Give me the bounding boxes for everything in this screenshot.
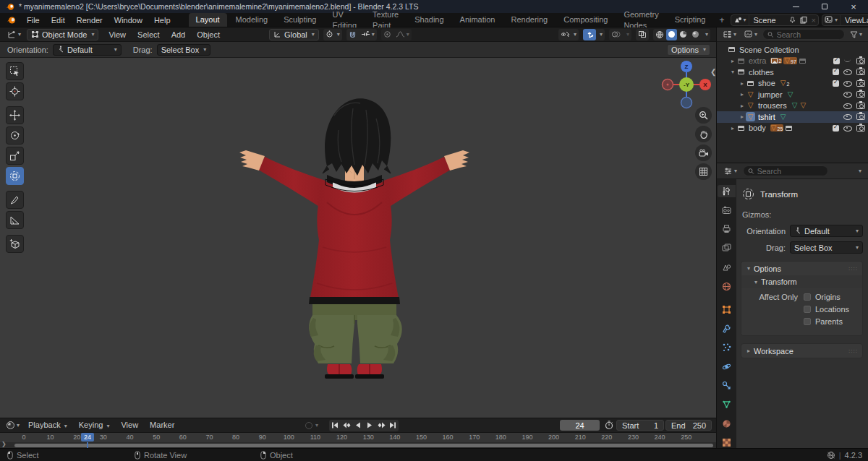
next-keyframe-button[interactable] <box>375 420 387 431</box>
outliner-item-label[interactable]: Scene Collection <box>739 46 799 54</box>
frame-start-field[interactable]: Start1 <box>616 420 664 431</box>
add-workspace-button[interactable]: + <box>713 15 730 25</box>
gizmo-x-axis[interactable]: X <box>703 82 707 88</box>
properties-editor-type-button[interactable]: ▾ <box>720 167 740 176</box>
unlink-scene-button[interactable]: × <box>809 16 818 25</box>
minimize-button[interactable] <box>781 0 810 13</box>
tool-transform[interactable] <box>6 167 24 185</box>
timeline-menu-keying[interactable]: Keying ▾ <box>73 418 116 434</box>
object-visibility-dropdown[interactable]: ▾ <box>558 29 579 40</box>
tab-particles[interactable] <box>718 341 736 353</box>
transform-orientation-dropdown[interactable]: Global ▾ <box>269 29 319 40</box>
tool-measure[interactable] <box>6 211 24 229</box>
outliner-item-label[interactable]: tshirt <box>758 113 775 121</box>
proportional-edit-toggle[interactable] <box>381 29 393 40</box>
outliner-editor-type-button[interactable]: ▾ <box>720 30 739 39</box>
tab-object-data[interactable] <box>718 398 736 410</box>
outliner-item-label[interactable]: extra <box>749 56 766 65</box>
auto-keying-toggle[interactable]: ▾ <box>305 422 318 429</box>
shading-solid-button[interactable] <box>666 29 677 40</box>
jump-to-end-button[interactable] <box>387 420 399 431</box>
timeline-expand-arrow[interactable]: ❯ <box>1 441 7 447</box>
falloff-dropdown[interactable]: ▾ <box>393 29 412 40</box>
checkbox-locations[interactable] <box>804 306 811 313</box>
eye-toggle[interactable] <box>843 113 852 120</box>
orientation-dropdown[interactable]: Default ▾ <box>53 44 122 56</box>
transform-subpanel-header[interactable]: ▾Transform <box>741 275 862 288</box>
tool-rotate[interactable] <box>6 126 24 145</box>
viewlayer-browse-button[interactable]: ▾ <box>822 15 841 25</box>
orthographic-toggle-button[interactable] <box>695 163 712 180</box>
scene-name[interactable]: Scene <box>749 16 787 25</box>
outliner-row-shoe[interactable]: ▸shoe▽2 <box>717 78 868 90</box>
menu-window[interactable]: Window <box>109 13 148 27</box>
tool-cursor[interactable] <box>6 82 24 100</box>
current-frame-field[interactable]: 24 <box>560 420 600 431</box>
use-preview-range-icon[interactable] <box>605 421 613 430</box>
expand-chevron[interactable]: ▸ <box>739 103 746 109</box>
viewport-canvas[interactable]: Z X -Y ❮ <box>0 58 716 418</box>
viewlayer-name[interactable]: ViewLayer <box>841 16 868 25</box>
workspace-panel-header[interactable]: ▸Workspace:::: <box>741 344 862 358</box>
shading-rendered-button[interactable] <box>689 29 702 40</box>
outliner-row-jumper[interactable]: ▸▽jumper▽ <box>717 89 868 100</box>
workspace-tab-layout[interactable]: Layout <box>189 13 227 27</box>
gizmo-z-axis[interactable]: Z <box>685 64 689 70</box>
character-model[interactable] <box>0 58 716 418</box>
checkbox-toggle[interactable] <box>833 69 839 75</box>
eye-toggle[interactable] <box>843 91 852 98</box>
tab-world[interactable] <box>718 280 736 292</box>
shading-wireframe-button[interactable] <box>653 29 666 40</box>
props-drag-dropdown[interactable]: Select Box▾ <box>790 241 863 254</box>
new-scene-button[interactable] <box>798 17 809 24</box>
pivot-point-dropdown[interactable]: ▾ <box>323 29 342 40</box>
expand-chevron[interactable]: ▾ <box>729 69 736 75</box>
outliner-row-body[interactable]: ▸body▽25 <box>717 123 868 134</box>
checkbox-toggle[interactable] <box>833 80 839 87</box>
workspace-tab-rendering[interactable]: Rendering <box>503 13 555 27</box>
tab-modifiers[interactable] <box>718 322 736 335</box>
close-button[interactable]: × <box>839 0 868 13</box>
workspace-tab-scripting[interactable]: Scripting <box>668 13 713 27</box>
checkbox-parents[interactable] <box>804 318 811 325</box>
snap-toggle[interactable] <box>346 29 359 40</box>
tab-view-layer[interactable] <box>718 242 736 254</box>
expand-chevron[interactable]: ▸ <box>739 80 746 87</box>
previous-keyframe-button[interactable] <box>341 420 352 431</box>
tool-scale[interactable] <box>6 147 24 165</box>
timeline-menu-marker[interactable]: Marker <box>144 418 180 434</box>
timeline-editor-type-button[interactable]: ▾ <box>3 421 22 430</box>
properties-options-chevron[interactable]: ▾ <box>859 168 861 174</box>
drag-dropdown[interactable]: Select Box ▾ <box>157 44 211 56</box>
gizmo-y-axis[interactable]: -Y <box>684 82 689 88</box>
camera-toggle[interactable] <box>856 113 865 120</box>
timeline-menu-view[interactable]: View <box>115 418 144 434</box>
tool-add-cube[interactable] <box>6 235 24 253</box>
camera-toggle[interactable] <box>856 69 865 75</box>
properties-search-input[interactable] <box>757 167 823 176</box>
outliner-search-input[interactable] <box>777 30 840 39</box>
scene-browse-button[interactable]: ▾ <box>731 15 749 25</box>
eye-toggle[interactable] <box>843 69 852 75</box>
camera-toggle[interactable] <box>856 91 865 98</box>
current-frame-indicator[interactable]: 24 <box>81 433 94 441</box>
expand-chevron[interactable]: ▸ <box>729 58 736 64</box>
viewport-menu-object[interactable]: Object <box>191 27 226 42</box>
expand-chevron[interactable]: ▸ <box>739 91 746 98</box>
outliner-display-mode-button[interactable]: ▾ <box>741 30 760 38</box>
viewport-menu-view[interactable]: View <box>103 27 132 42</box>
pan-button[interactable] <box>695 126 712 142</box>
properties-search[interactable] <box>743 165 828 176</box>
workspace-tab-modeling[interactable]: Modeling <box>229 13 276 27</box>
camera-toggle[interactable] <box>856 125 865 132</box>
expand-chevron[interactable]: ▸ <box>729 125 736 132</box>
checkbox-toggle[interactable] <box>833 125 839 132</box>
eye-toggle[interactable] <box>843 103 852 109</box>
frame-end-field[interactable]: End250 <box>665 420 712 431</box>
outliner-row-scene-collection[interactable]: Scene Collection <box>717 44 868 56</box>
outliner-filter-button[interactable]: ▾ <box>847 31 865 38</box>
options-dropdown[interactable]: Options ▾ <box>667 44 710 56</box>
tab-object[interactable] <box>718 303 736 316</box>
mode-dropdown[interactable]: Object Mode ▾ <box>27 29 98 40</box>
timeline-menu-playback[interactable]: Playback ▾ <box>22 418 73 434</box>
